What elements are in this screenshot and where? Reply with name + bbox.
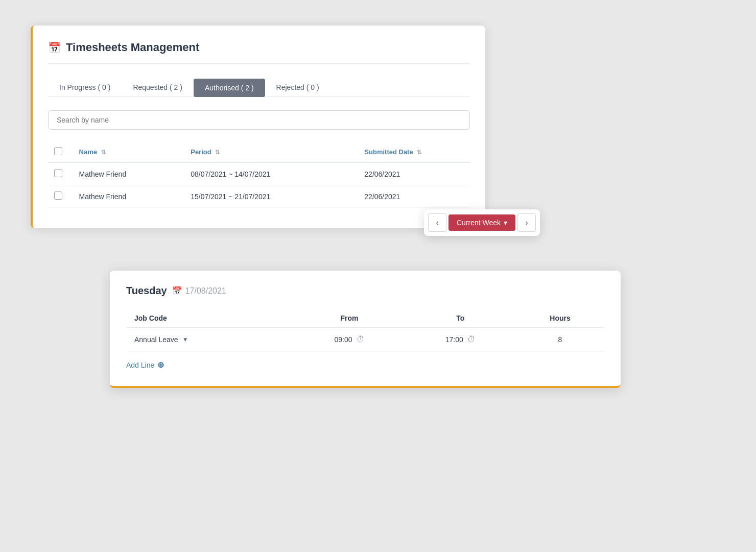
table-row: Mathew Friend 15/07/2021 ~ 21/07/2021 22…: [48, 185, 470, 208]
next-week-button[interactable]: ›: [517, 213, 536, 232]
current-week-label: Current Week: [457, 219, 501, 227]
to-time-value: 17:00: [445, 335, 463, 344]
day-name: Tuesday: [126, 285, 167, 297]
day-title: Tuesday 📅 17/08/2021: [126, 285, 604, 297]
hours-cell: 8: [516, 328, 604, 352]
submitted-date-sort-icon[interactable]: ⇅: [417, 149, 421, 156]
from-clock-icon[interactable]: ⏱: [357, 335, 365, 344]
to-cell: 17:00 ⏱: [405, 328, 516, 352]
row-1-checkbox-cell[interactable]: [48, 185, 73, 208]
row-1-submitted-date: 22/06/2021: [358, 185, 470, 208]
add-line-icon: ⊕: [157, 360, 164, 370]
day-detail-card: Tuesday 📅 17/08/2021 Job Code From To Ho…: [110, 271, 621, 388]
page-title: 📅 Timesheets Management: [48, 41, 470, 64]
col-header-period[interactable]: Period ⇅: [184, 142, 358, 162]
current-week-dropdown-icon: ▾: [504, 219, 507, 227]
day-date: 📅 17/08/2021: [172, 286, 226, 296]
day-calendar-icon: 📅: [172, 286, 182, 296]
tab-authorised[interactable]: Authorised ( 2 ): [194, 79, 265, 97]
to-clock-icon[interactable]: ⏱: [467, 335, 476, 344]
tab-rejected[interactable]: Rejected ( 0 ): [265, 78, 330, 97]
tab-in-progress[interactable]: In Progress ( 0 ): [48, 78, 122, 97]
week-nav-card: ‹ Current Week ▾ ›: [424, 209, 540, 236]
table-row: Mathew Friend 08/07/2021 ~ 14/07/2021 22…: [48, 162, 470, 185]
day-date-value: 17/08/2021: [185, 286, 226, 296]
calendar-icon: 📅: [48, 41, 61, 54]
prev-week-button[interactable]: ‹: [428, 213, 446, 232]
row-0-period: 08/07/2021 ~ 14/07/2021: [184, 162, 358, 185]
main-card: 📅 Timesheets Management In Progress ( 0 …: [31, 26, 485, 228]
tab-requested[interactable]: Requested ( 2 ): [122, 78, 194, 97]
hours-value: 8: [558, 335, 562, 344]
row-1-checkbox[interactable]: [54, 191, 62, 200]
day-entry-row: Annual Leave ▼ 09:00 ⏱ 17:00 ⏱: [126, 328, 604, 352]
row-1-name: Mathew Friend: [73, 185, 185, 208]
page-title-text: Timesheets Management: [66, 41, 199, 54]
timesheets-table: Name ⇅ Period ⇅ Submitted Date ⇅ Mathew …: [48, 142, 470, 208]
row-0-checkbox-cell[interactable]: [48, 162, 73, 185]
search-input[interactable]: [48, 110, 470, 130]
col-header-from: From: [294, 309, 405, 328]
row-0-submitted-date: 22/06/2021: [358, 162, 470, 185]
col-header-submitted-date[interactable]: Submitted Date ⇅: [358, 142, 470, 162]
from-time-value: 09:00: [334, 335, 352, 344]
row-0-name: Mathew Friend: [73, 162, 185, 185]
from-cell: 09:00 ⏱: [294, 328, 405, 352]
row-0-checkbox[interactable]: [54, 169, 62, 177]
col-header-hours: Hours: [516, 309, 604, 328]
job-code-cell: Annual Leave ▼: [126, 328, 294, 352]
add-line-text: Add Line: [126, 361, 154, 369]
add-line-row[interactable]: Add Line ⊕: [126, 360, 604, 370]
name-sort-icon[interactable]: ⇅: [101, 149, 106, 156]
col-header-name[interactable]: Name ⇅: [73, 142, 185, 162]
select-all-checkbox-header[interactable]: [48, 142, 73, 162]
tabs-row: In Progress ( 0 ) Requested ( 2 ) Author…: [48, 78, 470, 97]
job-code-dropdown-arrow[interactable]: ▼: [182, 336, 188, 343]
job-code-value: Annual Leave: [134, 335, 178, 344]
select-all-checkbox[interactable]: [54, 147, 62, 155]
day-entries-table: Job Code From To Hours Annual Leave ▼ 09…: [126, 309, 604, 352]
period-sort-icon[interactable]: ⇅: [215, 149, 220, 156]
col-header-job-code: Job Code: [126, 309, 294, 328]
current-week-button[interactable]: Current Week ▾: [448, 214, 515, 231]
row-1-period: 15/07/2021 ~ 21/07/2021: [184, 185, 358, 208]
col-header-to: To: [405, 309, 516, 328]
